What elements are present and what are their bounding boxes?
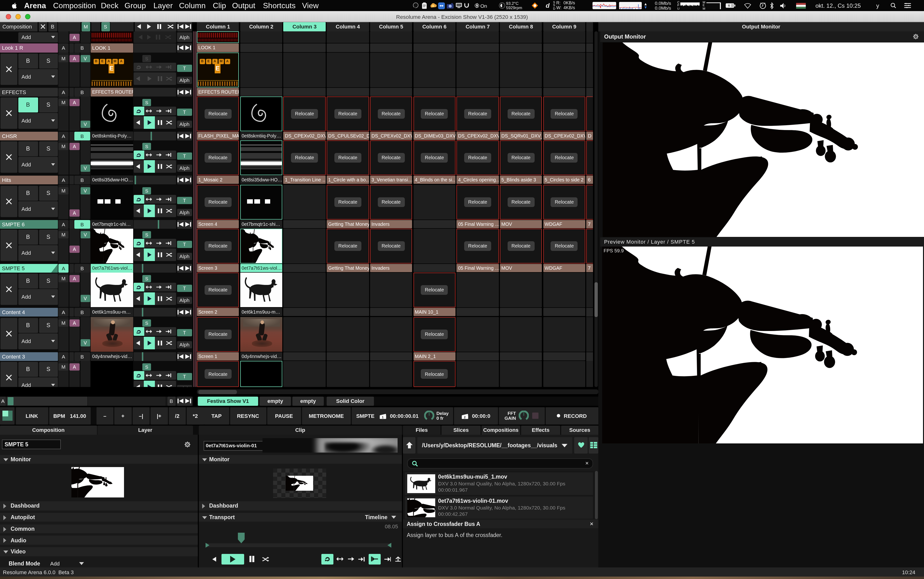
svg-text:2: 2: [464, 415, 466, 419]
svg-text:1: 1: [382, 415, 384, 419]
